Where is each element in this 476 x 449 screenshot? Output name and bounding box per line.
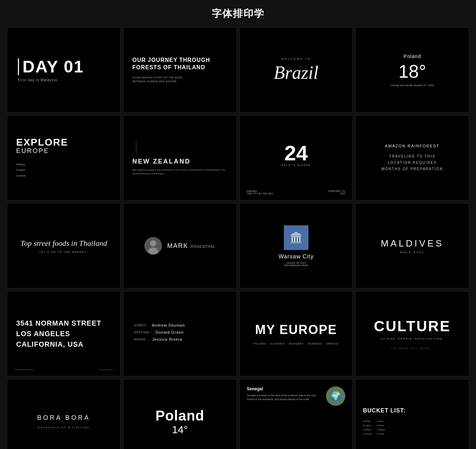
credit-role-video: VIDEO - (134, 323, 149, 327)
maldives-subtitle: MALE ATOL (400, 251, 425, 254)
card-maldives: MALDIVES MALE ATOL (356, 203, 469, 288)
journey-subtitle: A FASCINATING STORY OF THE BONDBETWEEN H… (132, 76, 183, 83)
credit-editing: EDITING - Donald Green (134, 330, 184, 334)
day-subtitle: First day in Malaysia (18, 78, 57, 82)
card-explore: EXPLORE EUROPE History.Culture.Cuisine. (7, 115, 120, 200)
days-number: 24 (285, 143, 308, 164)
country-name: Poland (404, 53, 421, 59)
credit-music: MUSIC - Jessica Rivera (134, 337, 182, 341)
cards-grid: DAY 01 First day in Malaysia OUR JOURNEY… (7, 27, 469, 449)
culture-title: CULTURE (374, 318, 451, 335)
days-date: FEBRUARY 12,2021 (328, 190, 346, 195)
card-weather: Poland 18° Cloudy and windy, August 27, … (356, 27, 469, 113)
mark-info: MARK ROSENTHAL (167, 242, 215, 250)
poland-temp: 14° (172, 424, 188, 436)
card-credits: VIDEO - Andrew Shuman EDITING - Donald G… (123, 291, 237, 376)
address: 3541 NORMAN STREETLOS ANGELESCALIFORNIA,… (16, 318, 102, 349)
card-day01: DAY 01 First day in Malaysia (7, 27, 120, 113)
nz-line (136, 140, 136, 154)
svg-point-2 (148, 248, 158, 255)
country-slovakia: SLOVAKIA (270, 342, 285, 345)
days-label: DAYS IN ALASKA (281, 164, 311, 166)
page-title: 字体排印学 (7, 7, 469, 20)
svg-point-1 (150, 240, 156, 246)
days-city: ANKARATHE CITY BY THE SEA (247, 190, 273, 195)
culture-subtitle: CUISINE. PEOPLE. ARCHITECTURE. (380, 338, 444, 340)
card-days: 24 DAYS IN ALASKA ANKARATHE CITY BY THE … (240, 115, 353, 200)
weather-subtitle: Cloudy and windy, August 27, 2021 (390, 84, 434, 87)
credit-name-editing: Donald Green (156, 330, 184, 334)
card-poland14: Poland 14° (123, 379, 237, 449)
credit-role-music: MUSIC - (134, 338, 149, 341)
card-thai: Top street foods in Thailand LET'S GO TO… (7, 203, 120, 288)
nz-subtitle: New Zealand is located in the southweste… (132, 168, 228, 176)
explore-title: EXPLORE (16, 137, 68, 147)
explore-list: History.Culture.Cuisine. (16, 162, 26, 179)
bucket-col2: E-PeruF-IndiaG-NepalH-Chile (377, 419, 385, 436)
thai-title: Top street foods in Thailand (20, 239, 107, 248)
card-brazil: WELCOME TO Brazil (240, 27, 353, 113)
country-poland: POLAND (254, 342, 266, 345)
borabora-subtitle: Adventure of a lifetime (38, 426, 90, 429)
temperature: 18° (398, 61, 426, 82)
maldives-title: MALDIVES (381, 238, 444, 249)
senegal-desc: Senegal is located on the west of the co… (247, 393, 323, 401)
country-hungary: HUNGARY (289, 342, 304, 345)
card-bucket: BUCKET LIST: A-BrazilB-JapanC-KenyaD-Fra… (356, 379, 469, 449)
countries-list: POLAND SLOVAKIA HUNGARY ROMANIA GREECE (254, 342, 339, 345)
skateboard-label: Skateboarding venue (14, 368, 34, 371)
card-journey: OUR JOURNEY THROUGHFORESTS OF THAILAND A… (123, 27, 237, 113)
bucket-col1: A-BrazilB-JapanC-KenyaD-France (363, 419, 372, 436)
mark-name: MARK ROSENTHAL (167, 242, 215, 250)
day-number: DAY 01 (18, 58, 84, 75)
warsaw-street: Marszałkowska Street (284, 264, 308, 267)
mark-surname: ROSENTHAL (191, 245, 215, 249)
amazon-title: AMAZON RAINFOREST (385, 144, 439, 148)
card-senegal: Senegal Senegal is located on the west o… (240, 379, 353, 449)
bucket-columns: A-BrazilB-JapanC-KenyaD-France E-PeruF-I… (363, 419, 385, 436)
credit-name-music: Jessica Rivera (152, 337, 182, 341)
senegal-title: Senegal (247, 386, 323, 391)
card-newzealand: NEW ZEALAND New Zealand is located in th… (123, 115, 237, 200)
credit-video: VIDEO - Andrew Shuman (134, 323, 185, 327)
thai-subtitle: LET'S GO TO THE MARKET! (39, 251, 88, 253)
credit-name-video: Andrew Shuman (152, 323, 185, 327)
card-mark: MARK ROSENTHAL (123, 203, 237, 288)
journey-title: OUR JOURNEY THROUGHFORESTS OF THAILAND (132, 57, 210, 71)
brazil-title: Brazil (274, 62, 318, 83)
welcome-text: WELCOME TO (281, 57, 311, 60)
poland-title: Poland (155, 408, 204, 424)
amazon-subtitle: TRAVELING TO THISLOCATION REQUIRESMONTHS… (382, 153, 443, 172)
country-romania: ROMANIA (308, 342, 322, 345)
warsaw-title: Warsaw City (279, 254, 314, 260)
culture-bottom: THE MORE YOU KNOW... (391, 347, 434, 349)
bucket-title: BUCKET LIST: (363, 408, 405, 414)
avatar (144, 237, 162, 255)
country-greece: GREECE (326, 342, 339, 345)
senegal-text: Senegal Senegal is located on the west o… (247, 386, 323, 401)
card-culture: CULTURE CUISINE. PEOPLE. ARCHITECTURE. T… (356, 291, 469, 376)
card-borabora: BORA BORA Adventure of a lifetime (7, 379, 120, 449)
extreme-label: Extreme sports (99, 368, 113, 371)
explore-subtitle: EUROPE (16, 147, 49, 155)
card-amazon: AMAZON RAINFOREST TRAVELING TO THISLOCAT… (356, 115, 469, 200)
card-myeurope: MY EUROPE POLAND SLOVAKIA HUNGARY ROMANI… (240, 291, 353, 376)
nz-title: NEW ZEALAND (132, 158, 191, 165)
card-warsaw: 🏛️ Warsaw City January 28, 2023 Marszałk… (240, 203, 353, 288)
warsaw-date: January 28, 2023 (287, 262, 306, 264)
myeurope-title: MY EUROPE (255, 322, 337, 337)
card-norman: 3541 NORMAN STREETLOS ANGELESCALIFORNIA,… (7, 291, 120, 376)
warsaw-image: 🏛️ (284, 225, 308, 250)
credit-role-editing: EDITING - (134, 331, 152, 334)
senegal-image: 🌍 (326, 386, 345, 406)
borabora-title: BORA BORA (37, 414, 90, 422)
